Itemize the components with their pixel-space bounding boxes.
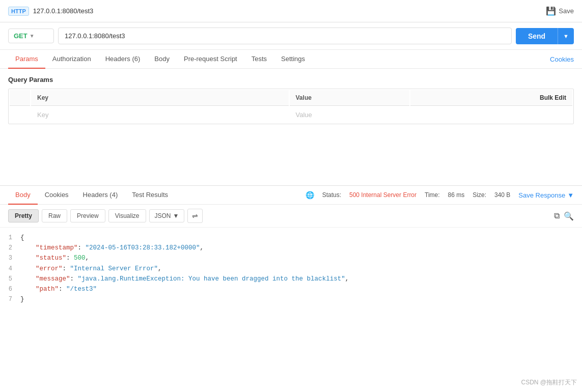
- resp-tab-cookies[interactable]: Cookies: [38, 186, 76, 205]
- title-area: HTTP 127.0.0.1:8080/test3: [8, 7, 93, 16]
- line-content: "path": "/test3": [20, 284, 582, 294]
- response-status-area: 🌐 Status: 500 Internal Server Error Time…: [306, 191, 574, 199]
- tab-body[interactable]: Body: [147, 50, 177, 69]
- search-button[interactable]: 🔍: [564, 211, 574, 221]
- save-button[interactable]: 💾 Save: [546, 6, 574, 16]
- key-col-header: Key: [31, 90, 289, 106]
- code-line: 5 "message": "java.lang.RuntimeException…: [0, 274, 582, 284]
- code-line: 6 "path": "/test3": [0, 284, 582, 294]
- line-content: {: [20, 233, 582, 243]
- send-button-group: Send ▼: [516, 28, 574, 44]
- code-line: 4 "error": "Internal Server Error",: [0, 264, 582, 274]
- tab-settings[interactable]: Settings: [274, 50, 312, 69]
- line-number: 6: [0, 284, 20, 294]
- row-bulk-cell: [410, 107, 572, 123]
- code-line: 2 "timestamp": "2024-05-16T03:28:33.182+…: [0, 243, 582, 253]
- line-number: 5: [0, 274, 20, 284]
- send-dropdown-button[interactable]: ▼: [558, 28, 574, 44]
- save-label: Save: [559, 7, 574, 15]
- checkbox-col-header: [10, 90, 30, 106]
- query-params-section: Query Params Key Value Bulk Edit Key Val…: [0, 69, 582, 124]
- view-pretty-button[interactable]: Pretty: [8, 209, 39, 222]
- line-number: 3: [0, 253, 20, 263]
- code-lines-container: 1{2 "timestamp": "2024-05-16T03:28:33.18…: [0, 233, 582, 304]
- table-row: Key Value: [10, 107, 572, 123]
- send-button[interactable]: Send: [516, 28, 558, 44]
- globe-icon: 🌐: [306, 191, 314, 199]
- empty-space: [0, 124, 582, 185]
- tab-authorization[interactable]: Authorization: [45, 50, 98, 69]
- size-value: 340 B: [494, 191, 510, 199]
- body-toolbar: Pretty Raw Preview Visualize JSON ▼ ⇌ ⧉ …: [0, 205, 582, 228]
- app-header: HTTP 127.0.0.1:8080/test3 💾 Save: [0, 0, 582, 22]
- cookies-link[interactable]: Cookies: [550, 50, 574, 68]
- copy-button[interactable]: ⧉: [554, 211, 560, 221]
- resp-tab-headers[interactable]: Headers (4): [76, 186, 125, 205]
- code-line: 1{: [0, 233, 582, 243]
- format-selector[interactable]: JSON ▼: [149, 209, 185, 222]
- method-selector[interactable]: GET ▼: [8, 29, 54, 43]
- bulk-edit-button[interactable]: Bulk Edit: [410, 90, 572, 106]
- row-key-cell[interactable]: Key: [31, 107, 289, 123]
- http-badge: HTTP: [8, 7, 29, 16]
- code-line: 7}: [0, 294, 582, 304]
- status-label: Status:: [322, 191, 341, 199]
- line-number: 1: [0, 233, 20, 243]
- line-content: "timestamp": "2024-05-16T03:28:33.182+00…: [20, 243, 582, 253]
- view-visualize-button[interactable]: Visualize: [108, 209, 146, 222]
- line-content: "message": "java.lang.RuntimeException: …: [20, 274, 582, 284]
- method-value: GET: [14, 32, 27, 40]
- request-tabs: Params Authorization Headers (6) Body Pr…: [0, 50, 582, 69]
- format-value: JSON: [155, 212, 171, 219]
- url-input[interactable]: [58, 27, 512, 44]
- view-preview-button[interactable]: Preview: [70, 209, 105, 222]
- line-number: 4: [0, 264, 20, 274]
- status-value: 500 Internal Server Error: [349, 191, 417, 199]
- code-line: 3 "status": 500,: [0, 253, 582, 263]
- tab-prerequest[interactable]: Pre-request Script: [177, 50, 244, 69]
- save-response-button[interactable]: Save Response ▼: [518, 191, 574, 199]
- url-bar: GET ▼ Send ▼: [0, 22, 582, 50]
- format-chevron-icon: ▼: [173, 212, 179, 219]
- save-response-chevron-icon: ▼: [567, 191, 574, 199]
- tab-tests[interactable]: Tests: [244, 50, 274, 69]
- app-url: 127.0.0.1:8080/test3: [33, 7, 94, 15]
- line-content: "error": "Internal Server Error",: [20, 264, 582, 274]
- params-table: Key Value Bulk Edit Key Value: [8, 89, 574, 124]
- time-value: 86 ms: [448, 191, 465, 199]
- tab-params[interactable]: Params: [8, 50, 45, 69]
- response-code-view: 1{2 "timestamp": "2024-05-16T03:28:33.18…: [0, 228, 582, 310]
- response-section: Body Cookies Headers (4) Test Results 🌐 …: [0, 186, 582, 310]
- resp-tab-body[interactable]: Body: [8, 186, 38, 205]
- save-response-label: Save Response: [518, 191, 565, 199]
- toolbar-right: ⧉ 🔍: [554, 211, 574, 221]
- method-chevron-icon: ▼: [30, 33, 35, 39]
- view-raw-button[interactable]: Raw: [42, 209, 67, 222]
- response-tabs: Body Cookies Headers (4) Test Results 🌐 …: [0, 186, 582, 205]
- resp-tab-test-results[interactable]: Test Results: [125, 186, 175, 205]
- line-number: 7: [0, 294, 20, 304]
- row-value-cell[interactable]: Value: [290, 107, 409, 123]
- line-content: "status": 500,: [20, 253, 582, 263]
- line-number: 2: [0, 243, 20, 253]
- line-content: }: [20, 294, 582, 304]
- save-icon: 💾: [546, 6, 556, 16]
- row-checkbox-cell: [10, 107, 30, 123]
- time-label: Time:: [425, 191, 440, 199]
- filter-button[interactable]: ⇌: [187, 209, 203, 223]
- size-label: Size:: [473, 191, 486, 199]
- tab-headers[interactable]: Headers (6): [98, 50, 148, 69]
- value-col-header: Value: [290, 90, 409, 106]
- query-params-label: Query Params: [8, 76, 574, 83]
